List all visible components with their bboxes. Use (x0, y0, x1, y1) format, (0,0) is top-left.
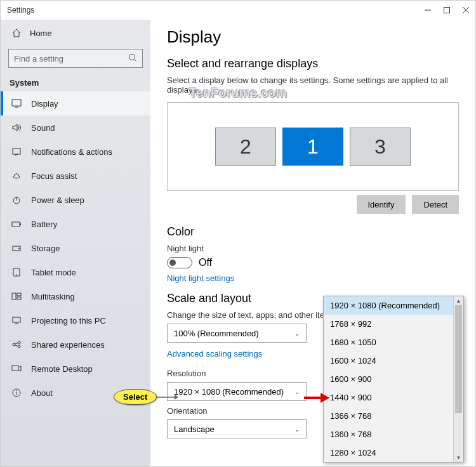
chevron-down-icon: ⌄ (294, 388, 300, 395)
shared-icon (10, 340, 23, 349)
resolution-option[interactable]: 1600 × 900 (324, 370, 463, 388)
red-arrow-annotation (304, 391, 329, 404)
resolution-option[interactable]: 1680 × 1050 (324, 333, 463, 352)
detect-button[interactable]: Detect (412, 195, 459, 214)
svg-point-4 (129, 55, 135, 60)
svg-marker-31 (175, 395, 178, 400)
svg-point-23 (18, 345, 20, 348)
nav-shared-experiences[interactable]: Shared experiences (1, 332, 150, 357)
arrange-subtext: Select a display below to change its set… (167, 76, 459, 95)
orientation-value: Landscape (174, 424, 215, 434)
tablet-icon (10, 268, 23, 277)
nav-label: Shared experiences (31, 340, 105, 350)
night-light-label: Night light (167, 244, 459, 253)
display-arrange-box[interactable]: 2 1 3 (167, 102, 459, 191)
resolution-option[interactable]: 1280 × 1024 (324, 444, 463, 462)
home-icon (10, 28, 23, 38)
text-size-value: 100% (Recommended) (174, 329, 259, 338)
nav-label: Display (31, 99, 58, 109)
nav-storage[interactable]: Storage (1, 236, 150, 260)
storage-icon (10, 244, 23, 253)
focus-assist-icon (10, 171, 23, 180)
svg-rect-1 (444, 8, 450, 13)
about-icon (10, 388, 23, 397)
svg-line-25 (15, 345, 18, 346)
resolution-option[interactable]: 1440 × 900 (324, 388, 463, 407)
scrollbar-thumb[interactable] (455, 305, 462, 413)
advanced-scaling-link[interactable]: Advanced scaling settings (167, 349, 262, 358)
svg-rect-26 (12, 365, 18, 371)
sidebar-home[interactable]: Home (1, 22, 150, 44)
sidebar-section-title: System (1, 73, 150, 91)
resolution-dropdown-list[interactable]: 1920 × 1080 (Recommended) 1768 × 992 168… (323, 296, 464, 463)
night-light-settings-link[interactable]: Night light settings (167, 273, 234, 283)
svg-marker-33 (321, 393, 329, 403)
search-input[interactable]: Find a setting (8, 49, 143, 68)
nav-label: Battery (31, 220, 57, 229)
svg-rect-18 (17, 293, 21, 296)
resolution-dropdown[interactable]: 1920 × 1080 (Recommended) ⌄ (167, 382, 307, 401)
nav-label: Focus assist (31, 171, 77, 181)
nav-power-sleep[interactable]: Power & sleep (1, 188, 150, 212)
nav-projecting[interactable]: Projecting to this PC (1, 308, 150, 332)
sound-icon (10, 123, 23, 132)
monitor-3[interactable]: 3 (350, 128, 411, 166)
dropdown-scrollbar[interactable]: ▲ ▼ (453, 296, 463, 462)
svg-rect-17 (12, 293, 16, 299)
svg-line-5 (135, 60, 137, 62)
monitor-2[interactable]: 2 (215, 128, 276, 166)
nav-tablet-mode[interactable]: Tablet mode (1, 260, 150, 284)
nav-label: Remote Desktop (31, 364, 93, 374)
window-title: Settings (7, 6, 418, 15)
nav-label: Tablet mode (31, 268, 76, 277)
nav-battery[interactable]: Battery (1, 212, 150, 236)
search-icon (128, 53, 137, 62)
monitor-1[interactable]: 1 (282, 128, 343, 166)
maximize-button[interactable] (437, 1, 456, 20)
text-size-dropdown[interactable]: 100% (Recommended) ⌄ (167, 324, 307, 343)
identify-button[interactable]: Identify (357, 195, 406, 214)
nav-multitasking[interactable]: Multitasking (1, 284, 150, 308)
scroll-down-icon[interactable]: ▼ (454, 453, 463, 462)
scroll-up-icon[interactable]: ▲ (454, 296, 463, 305)
svg-point-22 (18, 341, 20, 344)
power-icon (10, 195, 23, 204)
arrange-heading: Select and rearrange displays (167, 57, 459, 70)
nav-notifications[interactable]: Notifications & actions (1, 140, 150, 164)
resolution-value: 1920 × 1080 (Recommended) (174, 387, 284, 397)
nav-label: Storage (31, 244, 60, 253)
battery-icon (10, 220, 23, 228)
home-label: Home (30, 29, 52, 38)
svg-rect-12 (20, 223, 21, 225)
nav-sound[interactable]: Sound (1, 115, 150, 140)
nav-focus-assist[interactable]: Focus assist (1, 164, 150, 188)
close-button[interactable] (456, 1, 475, 20)
night-light-state: Off (199, 257, 212, 268)
orientation-dropdown[interactable]: Landscape ⌄ (167, 419, 307, 438)
nav-label: Power & sleep (31, 195, 84, 205)
page-title: Display (167, 27, 459, 47)
display-icon (10, 99, 23, 108)
nav-display[interactable]: Display (1, 91, 150, 115)
minimize-button[interactable] (418, 1, 437, 20)
resolution-option[interactable]: 1366 × 768 (324, 407, 463, 425)
chevron-down-icon: ⌄ (294, 330, 300, 337)
resolution-option[interactable]: 1768 × 992 (324, 315, 463, 333)
nav-remote-desktop[interactable]: Remote Desktop (1, 357, 150, 381)
nav-label: Projecting to this PC (31, 316, 106, 326)
nav-label: About (31, 388, 53, 398)
svg-rect-6 (12, 100, 21, 106)
search-placeholder: Find a setting (14, 54, 63, 63)
nav-label: Sound (31, 123, 55, 133)
svg-rect-20 (13, 317, 20, 322)
resolution-option[interactable]: 1920 × 1080 (Recommended) (324, 296, 463, 315)
select-callout: Select (114, 389, 157, 405)
night-light-toggle[interactable] (167, 257, 192, 268)
resolution-option[interactable]: 1360 × 768 (324, 425, 463, 444)
projecting-icon (10, 316, 23, 325)
svg-rect-8 (13, 148, 20, 154)
multitasking-icon (10, 292, 23, 301)
svg-point-14 (18, 248, 20, 249)
resolution-option[interactable]: 1600 × 1024 (324, 352, 463, 370)
nav-label: Notifications & actions (31, 147, 112, 157)
